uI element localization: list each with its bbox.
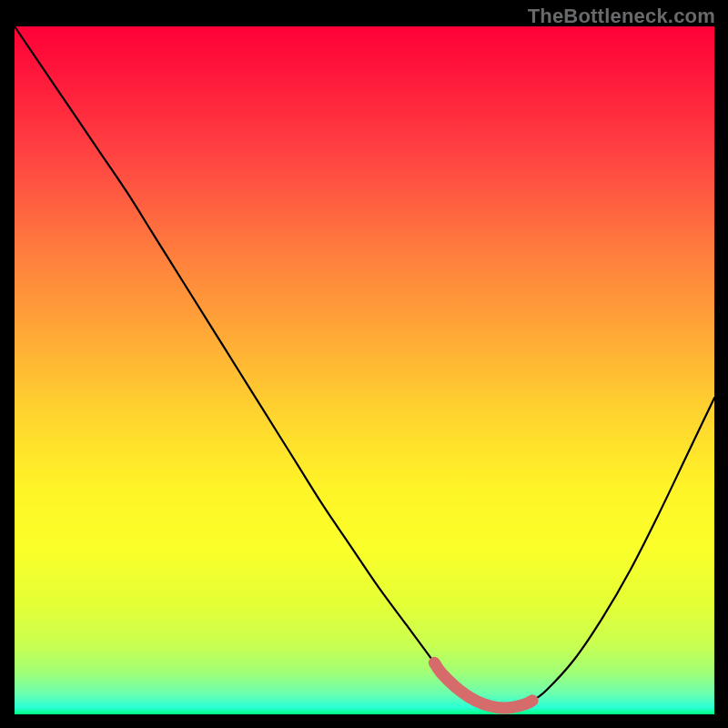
curve-layer bbox=[15, 26, 714, 714]
main-curve bbox=[15, 26, 714, 708]
highlight-segment bbox=[434, 662, 532, 708]
plot-area bbox=[15, 26, 714, 714]
chart-frame: TheBottleneck.com bbox=[0, 0, 728, 728]
watermark-text: TheBottleneck.com bbox=[528, 5, 715, 28]
